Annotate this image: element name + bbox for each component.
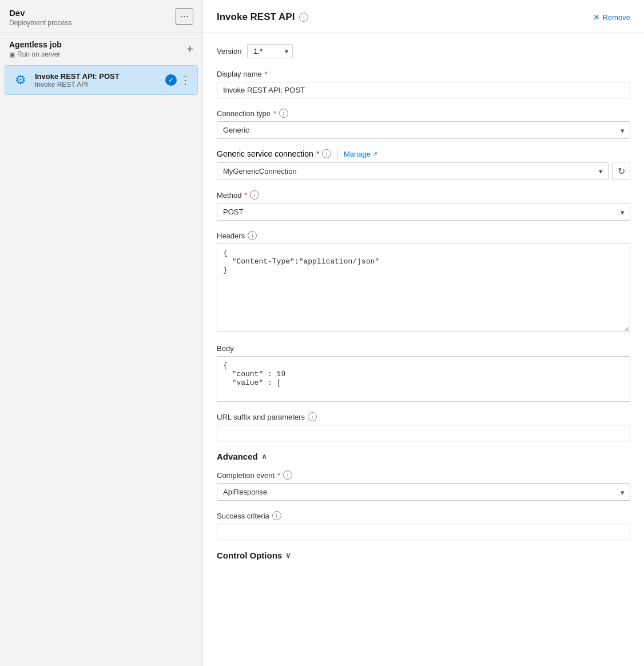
version-label: Version xyxy=(217,47,241,55)
headers-info-icon[interactable]: i xyxy=(248,231,257,240)
completion-event-info-icon[interactable]: i xyxy=(283,470,292,480)
agentless-job-sublabel: ▣ Run on server xyxy=(9,50,62,58)
title-info-icon[interactable]: i xyxy=(299,13,308,22)
sidebar-more-button[interactable]: ··· xyxy=(176,8,193,25)
method-select[interactable]: POST GET PUT DELETE PATCH xyxy=(217,203,630,221)
manage-label: Manage xyxy=(344,150,371,158)
task-info: Invoke REST API: POST Invoke REST API xyxy=(35,72,160,89)
body-textarea-wrapper: { "count" : 19 "value" : [ xyxy=(217,356,630,402)
sidebar-title: Dev xyxy=(9,8,71,18)
url-suffix-label: URL suffix and parameters i xyxy=(217,412,630,421)
connection-select-wrapper: MyGenericConnection xyxy=(217,162,609,180)
success-criteria-label: Success criteria i xyxy=(217,511,630,520)
required-star: * xyxy=(265,70,268,78)
refresh-button[interactable]: ↻ xyxy=(612,162,630,180)
method-group: Method * i POST GET PUT DELETE PATCH xyxy=(217,190,630,221)
add-task-button[interactable]: + xyxy=(186,43,193,55)
task-name: Invoke REST API: POST xyxy=(35,72,160,81)
gear-icon: ⚙ xyxy=(12,71,29,89)
url-suffix-group: URL suffix and parameters i xyxy=(217,412,630,441)
body-textarea[interactable]: { "count" : 19 "value" : [ xyxy=(217,357,630,401)
method-label: Method * i xyxy=(217,190,630,200)
sidebar: Dev Deployment process ··· Agentless job… xyxy=(0,0,203,666)
sidebar-subtitle: Deployment process xyxy=(9,19,71,27)
generic-service-label: Generic service connection xyxy=(217,149,313,158)
agentless-job-label: Agentless job xyxy=(9,40,62,49)
success-criteria-info-icon[interactable]: i xyxy=(272,511,281,520)
pipe-separator: | xyxy=(336,149,339,158)
display-name-input[interactable] xyxy=(217,82,630,98)
manage-link[interactable]: Manage ↗ xyxy=(344,150,377,158)
sidebar-header: Dev Deployment process ··· xyxy=(0,0,202,33)
connection-select[interactable]: MyGenericConnection xyxy=(217,162,609,180)
connection-type-select[interactable]: Generic xyxy=(217,121,630,139)
method-select-wrapper: POST GET PUT DELETE PATCH xyxy=(217,203,630,221)
required-star-generic: * xyxy=(316,149,319,158)
connection-type-select-wrapper: Generic xyxy=(217,121,630,139)
form-area: Version 1.* Display name * Connection ty… xyxy=(203,33,644,572)
main-header: Invoke REST API i ✕ Remove xyxy=(203,0,644,33)
generic-service-info-icon[interactable]: i xyxy=(322,149,331,158)
connection-type-label: Connection type * i xyxy=(217,109,630,118)
version-select-wrapper: 1.* xyxy=(247,44,293,58)
advanced-toggle[interactable]: Advanced ∧ xyxy=(217,452,267,461)
task-actions: ✓ ⋮ xyxy=(165,74,190,86)
display-name-group: Display name * xyxy=(217,70,630,98)
url-suffix-input[interactable] xyxy=(217,425,630,441)
completion-event-select[interactable]: ApiResponse Callback xyxy=(217,483,630,501)
remove-x-icon: ✕ xyxy=(593,13,600,22)
generic-service-group: Generic service connection * i | Manage … xyxy=(217,149,630,180)
required-star-completion: * xyxy=(277,471,280,480)
generic-service-label-row: Generic service connection * i | Manage … xyxy=(217,149,630,158)
version-row: Version 1.* xyxy=(217,44,630,58)
url-suffix-info-icon[interactable]: i xyxy=(308,412,317,421)
display-name-label: Display name * xyxy=(217,70,630,78)
body-label: Body xyxy=(217,344,630,353)
method-info-icon[interactable]: i xyxy=(250,190,259,200)
task-check-icon: ✓ xyxy=(165,74,177,86)
connection-type-info-icon[interactable]: i xyxy=(279,109,288,118)
body-group: Body { "count" : 19 "value" : [ xyxy=(217,344,630,402)
advanced-label: Advanced xyxy=(217,452,258,461)
remove-button[interactable]: ✕ Remove xyxy=(593,13,630,22)
main-panel-title: Invoke REST API xyxy=(217,11,295,23)
sidebar-title-group: Dev Deployment process xyxy=(9,8,71,27)
remove-label: Remove xyxy=(603,13,630,22)
advanced-chevron-icon: ∧ xyxy=(261,452,267,461)
completion-event-label: Completion event * i xyxy=(217,470,630,480)
control-options-toggle[interactable]: Control Options ∨ xyxy=(217,551,291,560)
main-panel: Invoke REST API i ✕ Remove Version 1.* D… xyxy=(203,0,644,666)
external-link-icon: ↗ xyxy=(372,150,377,158)
completion-event-select-wrapper: ApiResponse Callback xyxy=(217,483,630,501)
server-icon: ▣ xyxy=(9,51,15,58)
task-item[interactable]: ⚙ Invoke REST API: POST Invoke REST API … xyxy=(5,65,198,95)
required-star-connection: * xyxy=(273,109,276,118)
completion-event-group: Completion event * i ApiResponse Callbac… xyxy=(217,470,630,501)
control-options-chevron-icon: ∨ xyxy=(285,551,291,560)
headers-textarea[interactable]: { "Content-Type":"application/json" } xyxy=(217,244,630,332)
main-title-row: Invoke REST API i xyxy=(217,11,308,23)
headers-label: Headers i xyxy=(217,231,630,240)
task-more-icon[interactable]: ⋮ xyxy=(180,74,190,86)
connection-input-row: MyGenericConnection ↻ xyxy=(217,162,630,180)
agentless-job-section: Agentless job ▣ Run on server + xyxy=(0,33,202,63)
required-star-method: * xyxy=(244,191,247,200)
headers-group: Headers i { "Content-Type":"application/… xyxy=(217,231,630,334)
version-select[interactable]: 1.* xyxy=(247,44,293,58)
connection-type-group: Connection type * i Generic xyxy=(217,109,630,139)
control-options-label: Control Options xyxy=(217,551,282,560)
success-criteria-input[interactable] xyxy=(217,524,630,540)
task-sub: Invoke REST API xyxy=(35,81,160,89)
agentless-job-info: Agentless job ▣ Run on server xyxy=(9,40,62,58)
success-criteria-group: Success criteria i xyxy=(217,511,630,540)
agentless-job-run-on: Run on server xyxy=(17,50,60,58)
